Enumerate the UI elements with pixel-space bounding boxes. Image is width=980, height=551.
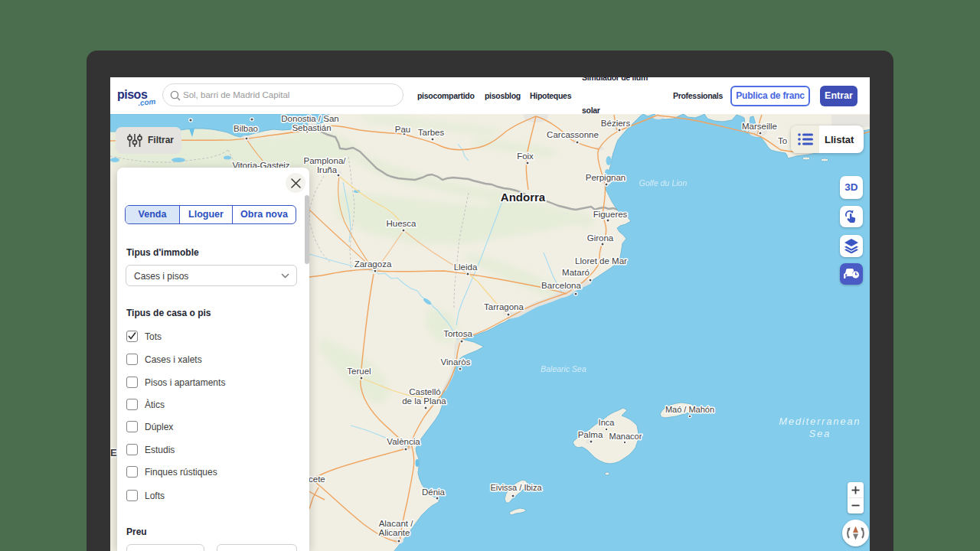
svg-text:Alacant /: Alacant / xyxy=(379,519,414,528)
svg-text:Eivissa / Ibiza: Eivissa / Ibiza xyxy=(490,483,542,492)
svg-text:Palma: Palma xyxy=(578,430,603,439)
svg-text:To: To xyxy=(778,136,787,145)
svg-text:Girona: Girona xyxy=(587,233,614,243)
svg-text:Lleida: Lleida xyxy=(454,262,478,272)
svg-text:Huesca: Huesca xyxy=(387,219,417,228)
svg-text:de la Plana: de la Plana xyxy=(402,396,446,406)
svg-text:Sea: Sea xyxy=(809,428,831,439)
svg-text:Carcassonne: Carcassonne xyxy=(547,130,599,139)
svg-text:Teruel: Teruel xyxy=(347,367,371,376)
svg-text:Dénia: Dénia xyxy=(422,487,446,497)
svg-text:Tortosa: Tortosa xyxy=(443,329,472,338)
svg-text:Figueres: Figueres xyxy=(593,210,628,219)
svg-text:Andorra: Andorra xyxy=(501,191,546,204)
svg-text:Balearic Sea: Balearic Sea xyxy=(541,364,586,373)
svg-text:Béziers: Béziers xyxy=(601,119,631,128)
svg-text:Mediterranean: Mediterranean xyxy=(779,416,861,427)
svg-text:cete: cete xyxy=(309,474,325,484)
svg-text:Foix: Foix xyxy=(517,152,534,161)
svg-text:Castelló: Castelló xyxy=(409,387,441,396)
svg-text:Alicante: Alicante xyxy=(379,528,410,537)
svg-text:Golfe du Lion: Golfe du Lion xyxy=(639,178,688,187)
svg-text:Tarragona: Tarragona xyxy=(484,302,524,311)
svg-text:Maó / Mahón: Maó / Mahón xyxy=(665,405,714,414)
svg-text:Vinaròs: Vinaròs xyxy=(441,357,471,367)
svg-text:Barcelona: Barcelona xyxy=(541,281,581,290)
svg-text:València: València xyxy=(387,437,420,446)
svg-text:Pau: Pau xyxy=(395,125,410,134)
svg-text:Marseille: Marseille xyxy=(742,122,777,131)
svg-text:Inca: Inca xyxy=(599,418,616,427)
svg-text:Zaragoza: Zaragoza xyxy=(354,259,392,269)
svg-text:Perpignan: Perpignan xyxy=(586,173,626,182)
svg-text:Bilbao: Bilbao xyxy=(234,124,258,133)
svg-text:Lloret de Mar: Lloret de Mar xyxy=(575,256,627,266)
svg-text:Iruña: Iruña xyxy=(317,165,338,174)
svg-text:Tarbes: Tarbes xyxy=(418,128,445,137)
svg-text:E: E xyxy=(110,447,117,458)
svg-text:Donostia / San: Donostia / San xyxy=(281,114,338,123)
svg-text:Manacor: Manacor xyxy=(609,432,642,441)
svg-text:Pamplona/: Pamplona/ xyxy=(304,156,347,165)
svg-text:Mataró: Mataró xyxy=(562,268,590,277)
svg-text:Sebastián: Sebastián xyxy=(292,123,331,132)
